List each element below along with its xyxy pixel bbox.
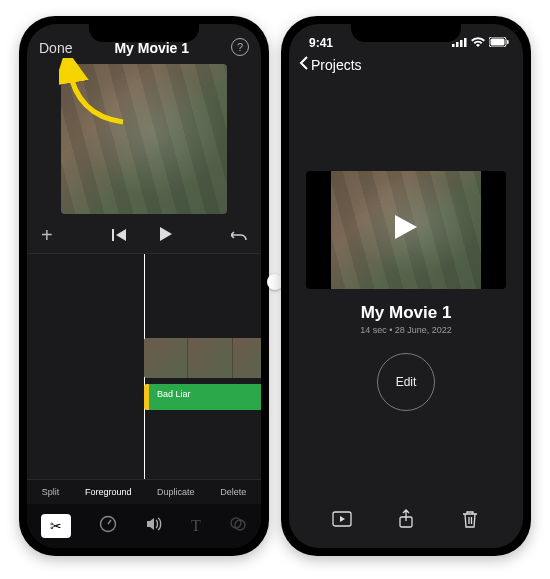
project-screen: 9:41 Pro xyxy=(289,24,523,548)
project-title: My Movie 1 xyxy=(114,40,189,56)
add-media-button[interactable]: + xyxy=(41,224,53,247)
done-button[interactable]: Done xyxy=(39,40,72,56)
speed-tool-button[interactable] xyxy=(99,515,117,537)
text-tool-button[interactable]: T xyxy=(191,517,201,535)
tool-bar: ✂ T xyxy=(27,504,261,548)
status-time: 9:41 xyxy=(309,36,333,50)
editor-screen: Done My Movie 1 ? + xyxy=(27,24,261,548)
duplicate-button[interactable]: Duplicate xyxy=(155,487,197,497)
skip-back-button[interactable] xyxy=(112,227,126,245)
back-to-projects-button[interactable]: Projects xyxy=(299,56,513,73)
video-preview[interactable] xyxy=(61,64,227,214)
cut-tool-button[interactable]: ✂ xyxy=(41,514,71,538)
back-label: Projects xyxy=(311,57,362,73)
help-button[interactable]: ? xyxy=(231,38,249,56)
device-notch xyxy=(351,24,461,42)
project-title-label: My Movie 1 xyxy=(361,303,452,323)
delete-button[interactable] xyxy=(460,509,480,534)
edit-button[interactable]: Edit xyxy=(377,353,435,411)
scissors-icon: ✂ xyxy=(50,518,62,534)
split-button[interactable]: Split xyxy=(40,487,62,497)
edit-button-label: Edit xyxy=(396,375,417,389)
play-project-button[interactable] xyxy=(332,509,352,534)
play-button[interactable] xyxy=(160,227,172,245)
chevron-left-icon xyxy=(299,56,309,73)
play-icon xyxy=(395,215,417,245)
share-button[interactable] xyxy=(396,509,416,534)
undo-button[interactable] xyxy=(231,227,247,245)
battery-icon xyxy=(489,36,509,50)
svg-rect-7 xyxy=(464,38,467,47)
clip-action-bar: Split Foreground Duplicate Delete xyxy=(27,479,261,504)
svg-rect-4 xyxy=(452,44,455,47)
wifi-icon xyxy=(471,36,485,50)
svg-rect-10 xyxy=(507,40,509,44)
svg-rect-9 xyxy=(491,39,505,46)
volume-tool-button[interactable] xyxy=(145,515,163,537)
project-footer xyxy=(289,494,523,548)
project-thumbnail[interactable] xyxy=(306,171,506,289)
video-clip[interactable] xyxy=(144,338,261,378)
phone-frame-editor: Done My Movie 1 ? + xyxy=(19,16,269,556)
phone-frame-project: 9:41 Pro xyxy=(281,16,531,556)
timeline-area[interactable]: Bad Liar xyxy=(27,253,261,479)
foreground-button[interactable]: Foreground xyxy=(83,487,134,497)
project-meta-label: 14 sec • 28 June, 2022 xyxy=(360,325,452,335)
audio-clip-title: Bad Liar xyxy=(157,389,191,399)
delete-button[interactable]: Delete xyxy=(218,487,248,497)
svg-rect-5 xyxy=(456,42,459,47)
device-notch xyxy=(89,24,199,42)
audio-clip[interactable]: Bad Liar xyxy=(144,384,261,410)
filters-tool-button[interactable] xyxy=(229,515,247,537)
svg-rect-6 xyxy=(460,40,463,47)
